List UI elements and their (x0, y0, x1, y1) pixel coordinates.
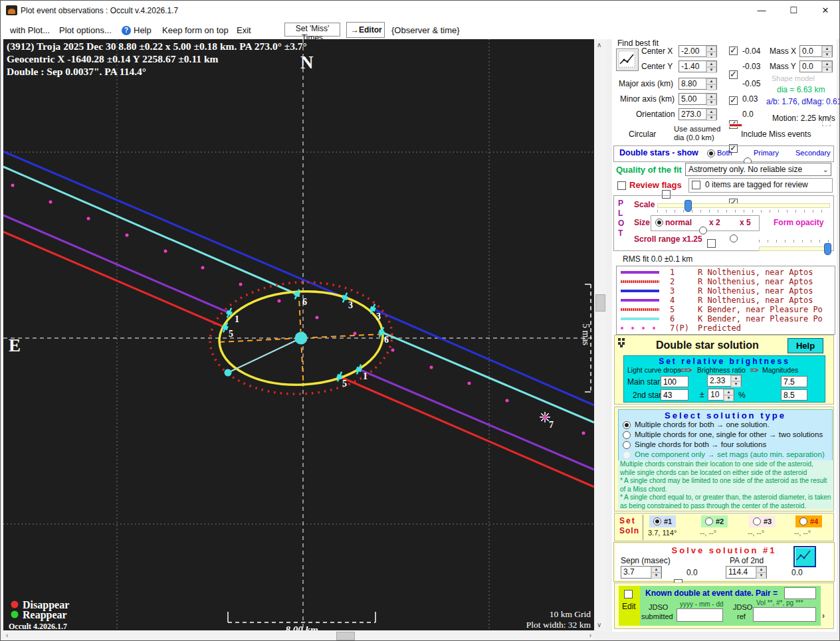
vertical-scroll-thumb[interactable] (595, 294, 605, 312)
plot-letter: T (618, 229, 623, 238)
jdso-submitted-input[interactable] (677, 608, 723, 622)
soln-radio[interactable] (799, 517, 807, 525)
soln-chip-3[interactable]: #3 (749, 515, 776, 527)
fit-row-checkbox[interactable] (729, 46, 738, 55)
size-radio-x5[interactable] (730, 234, 738, 242)
fit-row-label: Orientation (636, 110, 675, 119)
pair-input[interactable] (784, 587, 816, 599)
menu-item-keep-form-on-top[interactable]: Keep form on top (162, 25, 229, 35)
main-star-drop-input[interactable] (661, 376, 688, 387)
soln-radio[interactable] (705, 517, 713, 525)
observer-line-swatch (621, 308, 659, 312)
pa-spinner[interactable]: 114.4▲▼ (726, 566, 767, 579)
soln-radio[interactable] (753, 517, 761, 525)
observer-row[interactable]: 3 R Nolthenius, near Aptos (617, 286, 835, 296)
fit-row-residual: -0.04 (742, 46, 760, 56)
solve-chart-button[interactable] (793, 546, 816, 567)
soln-chip-2[interactable]: #2 (701, 515, 728, 527)
minimize-button[interactable]: — (746, 1, 777, 21)
find-best-fit-panel: Find best fit Center X -2.00▲▼ -0.04Cent… (612, 37, 837, 143)
scroll-right-icon[interactable]: › (589, 632, 591, 639)
relative-brightness-title: Set relative brightness (624, 357, 825, 366)
mass-x-spinner[interactable]: 0.0▲▼ (799, 45, 833, 57)
soln-radio[interactable] (653, 517, 661, 525)
plus-minus-label: ± (700, 390, 704, 399)
sepn-spinner[interactable]: 3.7▲▼ (621, 566, 662, 579)
menu-item-help[interactable]: Help (134, 25, 152, 35)
second-star-drop-input[interactable] (661, 389, 688, 401)
occultation-plot-canvas[interactable]: 715633615(3912) Troja 2025 Dec 30 8.80 ±… (3, 39, 594, 630)
fit-row-checkbox[interactable] (729, 96, 738, 105)
tolerance-spinner[interactable]: 10▲▼ (708, 389, 734, 401)
observer-row[interactable]: 2 R Nolthenius, near Aptos (617, 277, 835, 286)
size-option-label: x 5 (740, 218, 751, 227)
spin-up-icon: ▲ (822, 61, 832, 67)
scale-slider[interactable] (657, 203, 830, 208)
spin-up-icon: ▲ (706, 78, 716, 84)
double-show-radio-both[interactable] (707, 149, 715, 157)
size-radio-normal[interactable] (655, 219, 663, 227)
solution-type-radio[interactable] (623, 441, 631, 449)
main-star-mag-input[interactable] (781, 376, 807, 387)
fit-row-checkbox[interactable] (729, 70, 738, 79)
mass-y-spinner[interactable]: 0.0▲▼ (799, 60, 833, 72)
edit-checkbox[interactable] (624, 590, 633, 598)
editor-button[interactable]: →Editor (346, 22, 385, 38)
observer-list[interactable]: 1 R Nolthenius, near Aptos 2 R Noltheniu… (616, 266, 835, 335)
maximize-button[interactable]: ☐ (778, 1, 809, 21)
find-best-fit-button[interactable] (616, 48, 639, 71)
fit-row-spinner[interactable]: 5.00▲▼ (679, 93, 717, 105)
fit-row-spinner[interactable]: 8.80▲▼ (679, 78, 717, 90)
ref-format-label: Vol **, #*, pg *** (756, 599, 803, 606)
horizontal-scroll-thumb[interactable] (336, 632, 355, 640)
fit-row-spinner[interactable]: -2.00▲▼ (679, 45, 717, 57)
ellipse-center-dot[interactable] (295, 332, 308, 345)
solution-type-radio[interactable] (623, 421, 631, 429)
soln-chip-4[interactable]: #4 (795, 515, 822, 527)
circular-checkbox[interactable] (617, 181, 626, 190)
set-miss-times-button[interactable]: Set 'Miss' Times (284, 23, 340, 37)
soln-chip-1[interactable]: #1 (649, 515, 676, 527)
include-miss-label: Include Miss events (741, 130, 811, 139)
panel-next-icon[interactable]: › (822, 611, 825, 620)
solution-type-radio[interactable] (623, 431, 631, 439)
secondary-star-dot (225, 369, 232, 377)
jdso-ref-input[interactable] (753, 607, 816, 622)
form-opacity-slider[interactable] (759, 246, 830, 251)
observer-row[interactable]: 6 K Bender, near Pleasure Po (617, 314, 835, 323)
observer-line-swatch (621, 318, 659, 321)
scroll-left-icon[interactable]: ‹ (6, 632, 8, 639)
form-opacity-slider-thumb[interactable] (824, 243, 831, 255)
double-show-option-label: Secondary (795, 149, 831, 157)
menu-item-with-plot---[interactable]: with Plot... (10, 25, 50, 35)
east-label: E (9, 335, 21, 355)
review-flags-checkbox[interactable] (692, 181, 700, 189)
plot-letter: P (618, 199, 623, 208)
observer-row[interactable]: 7(P) Predicted (617, 323, 835, 333)
menu-item-exit[interactable]: Exit (237, 25, 251, 35)
menu-item-plot-options---[interactable]: Plot options... (59, 25, 112, 35)
close-button[interactable]: ✕ (810, 1, 840, 21)
observer-row[interactable]: 4 R Nolthenius, near Aptos (617, 296, 835, 305)
plot-svg[interactable]: 715633615(3912) Troja 2025 Dec 30 8.80 ±… (3, 39, 594, 630)
observer-row[interactable]: 1 R Nolthenius, near Aptos (617, 268, 835, 277)
size-radio-x2[interactable] (699, 227, 707, 234)
plot-horizontal-scrollbar[interactable]: ‹ › (3, 630, 594, 641)
second-star-mag-input[interactable] (781, 389, 807, 401)
quality-dropdown[interactable]: Astrometry only. No reliable size⌄ (685, 163, 831, 176)
fit-row-spinner[interactable]: 273.0▲▼ (679, 108, 717, 120)
north-label: N (300, 52, 314, 72)
ratio-spinner[interactable]: 2.33▲▼ (707, 375, 742, 387)
fit-row-label: Major axis (km) (619, 79, 673, 88)
scroll-down-icon[interactable]: ∨ (597, 621, 601, 628)
observer-time-label: {Observer & time} (391, 25, 460, 35)
spin-up-icon: ▲ (724, 389, 734, 395)
scroll-range-checkbox[interactable] (707, 239, 716, 248)
soln-chip-label: #4 (810, 517, 818, 525)
observer-row[interactable]: 5 K Bender, near Pleasure Po (617, 305, 835, 314)
help-button[interactable]: Help (788, 338, 823, 353)
chord-marker-label: 6 (302, 297, 307, 307)
plot-vertical-scrollbar[interactable]: ∧ ∨ (594, 39, 606, 630)
fit-row-spinner[interactable]: -1.40▲▼ (679, 60, 717, 72)
scroll-up-icon[interactable]: ∧ (597, 41, 601, 48)
